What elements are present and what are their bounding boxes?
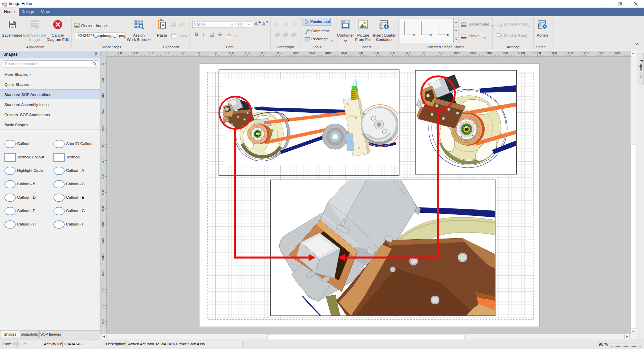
svg-text:0: 0: [101, 63, 105, 64]
svg-text:-250: -250: [115, 51, 122, 55]
svg-text:900: 900: [486, 51, 492, 55]
svg-text:650: 650: [406, 51, 411, 55]
svg-text:50: 50: [214, 51, 217, 55]
svg-text:100: 100: [101, 93, 105, 99]
svg-text:250: 250: [277, 51, 282, 55]
svg-text:500: 500: [101, 222, 105, 228]
svg-text:100: 100: [229, 51, 234, 55]
svg-text:800: 800: [454, 51, 460, 55]
svg-text:200: 200: [101, 126, 105, 131]
svg-text:1200: 1200: [582, 51, 589, 55]
svg-text:300: 300: [101, 158, 105, 163]
svg-text:200: 200: [261, 51, 266, 55]
svg-text:450: 450: [101, 206, 105, 211]
svg-text:550: 550: [374, 51, 379, 55]
svg-text:1250: 1250: [598, 51, 605, 55]
svg-text:-100: -100: [164, 51, 170, 55]
svg-text:500: 500: [358, 51, 363, 55]
svg-text:600: 600: [390, 51, 395, 55]
svg-text:-50: -50: [181, 51, 185, 55]
svg-text:850: 850: [470, 51, 476, 55]
svg-text:800: 800: [101, 319, 105, 324]
svg-text:350: 350: [309, 51, 315, 55]
svg-text:750: 750: [438, 51, 443, 55]
svg-text:700: 700: [422, 51, 427, 55]
svg-text:1050: 1050: [534, 51, 541, 55]
svg-text:400: 400: [325, 51, 331, 55]
svg-text:550: 550: [101, 238, 105, 244]
svg-text:-150: -150: [148, 51, 154, 55]
svg-text:300: 300: [293, 51, 299, 55]
svg-text:950: 950: [502, 51, 508, 55]
svg-text:750: 750: [101, 303, 105, 308]
svg-text:50: 50: [101, 78, 105, 82]
svg-text:250: 250: [101, 142, 105, 147]
svg-text:600: 600: [101, 254, 105, 260]
svg-text:350: 350: [101, 174, 105, 179]
svg-text:450: 450: [341, 51, 347, 55]
svg-text:Properties: Properties: [639, 60, 643, 78]
svg-text:-200: -200: [131, 51, 138, 55]
svg-text:400: 400: [101, 190, 105, 195]
svg-text:700: 700: [101, 287, 105, 292]
svg-text:1300: 1300: [614, 51, 621, 55]
svg-text:150: 150: [245, 51, 250, 55]
svg-text:0: 0: [198, 51, 200, 55]
svg-text:1000: 1000: [518, 51, 525, 55]
svg-text:1150: 1150: [566, 51, 573, 55]
svg-text:650: 650: [101, 270, 105, 276]
svg-text:1100: 1100: [550, 51, 557, 55]
svg-text:150: 150: [101, 109, 105, 115]
